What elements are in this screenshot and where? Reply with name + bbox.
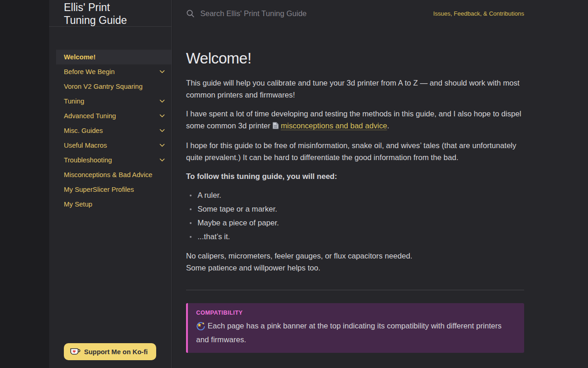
search-icon xyxy=(186,9,195,18)
sidebar-nav: Welcome! Before We Begin Voron V2 Gantry… xyxy=(56,50,171,212)
intro-paragraph: This guide will help you calibrate and t… xyxy=(186,77,524,101)
misconceptions-link[interactable]: misconceptions and bad advice xyxy=(272,121,387,130)
page-facing-up-icon xyxy=(272,121,279,133)
sidebar-item-label: Voron V2 Gantry Squaring xyxy=(64,81,165,92)
site-title[interactable]: Ellis' Print Tuning Guide xyxy=(49,0,171,27)
search-bar xyxy=(186,9,351,18)
sidebar-item-voron-v2-gantry-squaring[interactable]: Voron V2 Gantry Squaring xyxy=(56,79,171,94)
list-item: ...that’s it. xyxy=(198,231,524,243)
compatibility-admonition: COMPATIBILITY Each page has a pink banne… xyxy=(186,303,524,353)
misinformation-paragraph: I hope for this guide to be free of misi… xyxy=(186,140,524,164)
site-title-line2: Tuning Guide xyxy=(64,14,171,27)
list-item: Some tape or a marker. xyxy=(198,203,524,215)
sidebar-item-label: Welcome! xyxy=(64,52,165,63)
main-header: Issues, Feedback, & Contributions xyxy=(172,0,588,27)
chevron-down-icon xyxy=(159,114,165,118)
needs-list: A ruler. Some tape or a marker. Maybe a … xyxy=(186,190,524,243)
outro-paragraph: No calipers, micrometers, feeler gauges,… xyxy=(186,250,524,274)
sidebar-item-useful-macros[interactable]: Useful Macros xyxy=(56,138,171,153)
sidebar-item-label: Troubleshooting xyxy=(64,155,156,166)
page: Ellis' Print Tuning Guide Welcome! Befor… xyxy=(0,0,588,368)
sidebar: Ellis' Print Tuning Guide Welcome! Befor… xyxy=(49,0,172,368)
outro-line1: No calipers, micrometers, feeler gauges,… xyxy=(186,252,413,260)
chevron-down-icon xyxy=(159,129,165,132)
list-item: A ruler. xyxy=(198,190,524,201)
admonition-body: Each page has a pink banner at the top i… xyxy=(196,320,516,346)
sidebar-item-advanced-tuning[interactable]: Advanced Tuning xyxy=(56,109,171,123)
sidebar-item-label: Before We Begin xyxy=(64,66,156,77)
admonition-label: COMPATIBILITY xyxy=(196,310,516,316)
dispel-paragraph: I have spent a lot of time developing an… xyxy=(186,108,524,133)
sidebar-item-welcome[interactable]: Welcome! xyxy=(56,50,171,64)
divider xyxy=(186,290,524,290)
sidebar-item-label: Useful Macros xyxy=(64,140,156,151)
sidebar-item-label: Tuning xyxy=(64,96,156,107)
sidebar-item-misconceptions-bad-advice[interactable]: Misconceptions & Bad Advice xyxy=(56,167,171,182)
outro-line2: Some patience and willpower helps too. xyxy=(186,264,320,272)
repo-link[interactable]: Issues, Feedback, & Contributions xyxy=(433,10,524,17)
kofi-button-label: Support Me on Ko-fi xyxy=(84,348,148,356)
chevron-down-icon xyxy=(159,70,165,74)
search-input[interactable] xyxy=(199,9,351,18)
chevron-down-icon xyxy=(159,99,165,103)
list-item: Maybe a piece of paper. xyxy=(198,217,524,229)
dizzy-icon xyxy=(196,321,205,334)
sidebar-item-label: My Setup xyxy=(64,199,165,210)
sidebar-item-tuning[interactable]: Tuning xyxy=(56,94,171,109)
sidebar-item-label: Misconceptions & Bad Advice xyxy=(64,169,165,180)
page-content: Welcome! This guide will help you calibr… xyxy=(172,27,524,353)
main-area: Issues, Feedback, & Contributions Welcom… xyxy=(172,0,588,368)
kofi-button[interactable]: Support Me on Ko-fi xyxy=(64,343,156,360)
sidebar-item-label: My SuperSlicer Profiles xyxy=(64,184,165,195)
misconceptions-link-label: misconceptions and bad advice xyxy=(281,121,387,130)
needs-heading: To follow this tuning guide, you will ne… xyxy=(186,171,524,183)
sidebar-item-troubleshooting[interactable]: Troubleshooting xyxy=(56,153,171,167)
admonition-text: Each page has a pink banner at the top i… xyxy=(196,322,502,344)
chevron-down-icon xyxy=(159,158,165,162)
chevron-down-icon xyxy=(159,144,165,147)
sidebar-item-label: Advanced Tuning xyxy=(64,110,156,121)
kofi-cup-icon xyxy=(70,347,80,356)
site-title-line1: Ellis' Print xyxy=(64,1,171,14)
sidebar-item-my-superslicer-profiles[interactable]: My SuperSlicer Profiles xyxy=(56,182,171,197)
page-title: Welcome! xyxy=(186,50,524,67)
sidebar-item-my-setup[interactable]: My Setup xyxy=(56,197,171,212)
sidebar-item-label: Misc. Guides xyxy=(64,125,156,136)
sidebar-item-before-we-begin[interactable]: Before We Begin xyxy=(56,64,171,79)
sentence-period: . xyxy=(387,121,390,130)
sidebar-item-misc-guides[interactable]: Misc. Guides xyxy=(56,123,171,138)
